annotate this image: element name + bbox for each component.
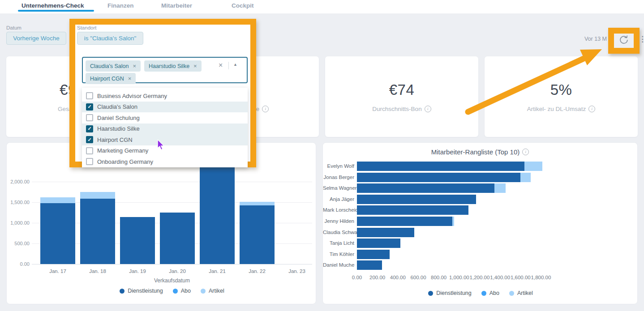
datum-filter-button[interactable]: Vorherige Woche — [6, 32, 66, 45]
chip-remove-icon[interactable]: × — [128, 75, 132, 82]
bar-segment-artikel — [524, 162, 542, 171]
y-axis-tick-label: 1,000.00 — [8, 220, 30, 226]
kpi-card: 5%Artikel- zu DL-Umsatzi — [485, 56, 638, 137]
legend-dot-icon — [481, 291, 486, 296]
legend-item-abo[interactable]: Abo — [481, 290, 499, 296]
employee-name-label: Mark Lorscheidt — [323, 207, 354, 213]
annotation-highlight-box: Standort is "Claudia's Salon" Claudia's … — [69, 19, 256, 167]
standort-multiselect-input[interactable]: Claudia's Salon×Haarstudio Silke× Hairpo… — [82, 57, 248, 83]
checkbox-unchecked-icon[interactable] — [86, 147, 93, 154]
ranking-chart-panel: Mitarbeiter-Rangliste (Top 10) i Evelyn … — [322, 142, 638, 304]
selected-chip[interactable]: Hairport CGN× — [86, 73, 136, 84]
bar-segment-dienstleistung — [357, 162, 524, 171]
x-axis-tick-label: Jan. 20 — [159, 268, 195, 274]
standort-option[interactable]: ✓Haarstudio Silke — [82, 124, 248, 135]
kpi-label: Artikel- zu DL-Umsatzi — [527, 106, 595, 112]
employee-name-label: Daniel Muche — [323, 262, 354, 268]
standort-option[interactable]: Business Advisor Germany — [82, 90, 248, 102]
legend-label: Artikel — [517, 290, 533, 296]
legend-label: Abo — [181, 288, 191, 294]
standort-option[interactable]: Daniel Schulung — [82, 112, 248, 124]
checkbox-checked-icon[interactable]: ✓ — [86, 136, 93, 143]
standort-option-list: Business Advisor Germany✓Claudia's Salon… — [82, 88, 248, 167]
ranking-chart-title-text: Mitarbeiter-Rangliste (Top 10) — [431, 148, 520, 156]
gridline — [32, 264, 312, 264]
checkbox-unchecked-icon[interactable] — [86, 158, 93, 165]
x-axis-tick-label: Jan. 17 — [40, 268, 76, 274]
legend-item-artikel[interactable]: Artikel — [201, 288, 224, 294]
bar-segment-dienstleistung — [357, 239, 400, 248]
tab-unternehmens-check[interactable]: Unternehmens-Check — [21, 2, 84, 9]
chip-remove-icon[interactable]: × — [133, 63, 136, 69]
tab-mitarbeiter[interactable]: Mitarbeiter — [161, 2, 192, 9]
standort-option-label: Business Advisor Germany — [97, 93, 167, 99]
ranking-chart-title: Mitarbeiter-Rangliste (Top 10) i — [323, 148, 637, 156]
chevron-up-icon[interactable]: ▲ — [233, 62, 237, 67]
bar-segment-dienstleistung — [120, 217, 155, 264]
standort-option[interactable]: ✓Hairport CGN — [82, 134, 248, 145]
bar-segment-artikel — [494, 183, 506, 193]
bar-segment-dienstleistung — [357, 250, 390, 259]
chart-legend: DienstleistungAboArtikel — [409, 290, 552, 296]
y-axis-tick-label: 1,500.00 — [8, 200, 30, 205]
chip-label: Haarstudio Silke — [149, 63, 189, 69]
legend-dot-icon — [428, 291, 433, 296]
standort-option[interactable]: Marketing Germany — [82, 145, 248, 157]
kpi-value: 5% — [550, 81, 572, 98]
checkbox-unchecked-icon[interactable] — [86, 114, 93, 121]
legend-item-abo[interactable]: Abo — [173, 288, 191, 294]
tab-cockpit[interactable]: Cockpit — [232, 2, 254, 9]
employee-name-label: Tim Köhler — [323, 251, 354, 257]
x-axis-tick-label: Jan. 23 — [279, 268, 315, 274]
info-icon[interactable]: i — [522, 149, 529, 155]
checkbox-checked-icon[interactable]: ✓ — [86, 125, 93, 132]
legend-item-dienstleistung[interactable]: Dienstleistung — [120, 288, 163, 294]
employee-name-label: Selma Wagner — [323, 185, 354, 191]
employee-name-label: Jonas Berger — [323, 175, 354, 180]
legend-item-artikel[interactable]: Artikel — [509, 290, 533, 296]
kpi-label-text: Durchschnitts-Bon — [372, 106, 421, 112]
tab-bar: Unternehmens-CheckFinanzenMitarbeiterCoc… — [0, 0, 644, 13]
kpi-label-text: Artikel- zu DL-Umsatz — [527, 106, 586, 112]
checkbox-unchecked-icon[interactable] — [86, 92, 93, 99]
clear-all-icon[interactable]: × — [219, 61, 223, 69]
standort-filter-button[interactable]: is "Claudia's Salon" — [77, 32, 143, 45]
x-axis-tick-label: Jan. 22 — [239, 268, 275, 274]
legend-label: Dienstleistung — [436, 290, 472, 296]
chip-remove-icon[interactable]: × — [193, 63, 197, 69]
selected-chip[interactable]: Haarstudio Silke× — [144, 60, 202, 72]
y-axis-tick-label: 0.00 — [8, 261, 30, 267]
standort-option[interactable]: Onboarding Germany — [82, 156, 248, 167]
bar-segment-dienstleistung — [40, 203, 75, 264]
employee-name-label: Evelyn Wolf — [323, 163, 354, 169]
employee-name-label: Tanja Licht — [323, 240, 354, 246]
info-icon[interactable]: i — [262, 106, 269, 112]
bar-segment-artikel — [80, 192, 115, 199]
standort-filter-label: Standort — [77, 25, 96, 30]
legend-item-dienstleistung[interactable]: Dienstleistung — [428, 290, 472, 296]
kpi-card: €74Durchschnitts-Boni — [325, 56, 478, 137]
legend-dot-icon — [120, 289, 125, 294]
legend-label: Abo — [489, 290, 499, 296]
standort-option[interactable]: ✓Claudia's Salon — [82, 102, 248, 113]
employee-name-label: Anja Jäger — [323, 196, 354, 202]
checkbox-checked-icon[interactable]: ✓ — [86, 103, 93, 111]
info-icon[interactable]: i — [425, 106, 431, 112]
x-axis-title: Verkaufsdatum — [105, 277, 239, 284]
last-refresh-text: Vor 13 M — [579, 36, 607, 42]
selected-chip[interactable]: Claudia's Salon× — [86, 60, 141, 72]
bar-segment-artikel — [240, 202, 275, 205]
bar-segment-dienstleistung — [357, 217, 452, 226]
legend-dot-icon — [201, 289, 206, 294]
x-axis-tick-label: Jan. 18 — [80, 268, 116, 274]
info-icon[interactable]: i — [588, 106, 595, 112]
bar-segment-artikel — [520, 173, 531, 182]
bar-segment-dienstleistung — [357, 260, 382, 270]
standort-option-label: Onboarding Germany — [97, 158, 153, 165]
bar-segment-dienstleistung — [357, 173, 520, 182]
bar-segment-dienstleistung — [357, 183, 494, 193]
tab-finanzen[interactable]: Finanzen — [107, 2, 134, 9]
x-axis-tick-label: Jan. 19 — [120, 268, 155, 274]
legend-dot-icon — [173, 289, 178, 294]
kpi-value: €74 — [389, 81, 415, 98]
